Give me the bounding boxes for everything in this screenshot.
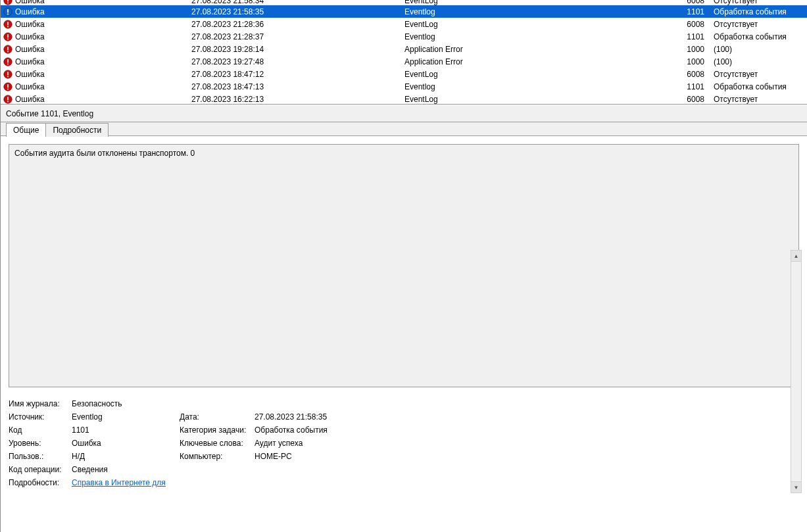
error-icon [3,82,15,91]
cell-source: Application Error [404,57,648,66]
cell-source: Eventlog [404,7,648,16]
tab-details[interactable]: Подробности [45,123,109,137]
event-viewer-window: Ошибка 27.08.2023 21:58:34 EventLog 6008… [0,0,807,532]
splitter[interactable]: Событие 1101, Eventlog [1,104,807,122]
cell-task: Обработка события [714,32,807,41]
value-help-link: Справка в Интернете для [72,478,799,487]
scroll-up-icon[interactable]: ▲ [791,251,801,262]
cell-source: Eventlog [404,32,648,41]
value-level: Ошибка [72,439,177,448]
label-source: Источник: [9,412,69,422]
table-row[interactable]: Ошибка27.08.2023 21:58:35Eventlog1101Обр… [1,5,807,18]
cell-task: Отсутствует [714,0,807,5]
cell-source: Application Error [404,45,648,54]
cell-id: 1000 [648,57,714,66]
svg-rect-17 [7,63,9,64]
svg-rect-26 [7,101,9,102]
label-more-info: Подробности: [9,478,69,487]
svg-rect-22 [7,84,9,87]
error-icon [3,57,15,66]
cell-task: Отсутствует [714,20,807,29]
cell-id: 1101 [648,7,714,16]
table-row[interactable]: Ошибка27.08.2023 21:28:37Eventlog1101Обр… [1,30,807,43]
value-event-id: 1101 [72,425,177,435]
table-row[interactable]: Ошибка27.08.2023 19:27:48Application Err… [1,55,807,68]
cell-id: 1101 [648,82,714,91]
error-icon [3,0,15,5]
cell-task: Отсутствует [714,70,807,79]
details-pane: Событие 1101, Eventlog Общие Подробности… [1,104,807,532]
cell-date: 27.08.2023 18:47:12 [191,70,404,79]
cell-source: Eventlog [404,82,648,91]
svg-rect-14 [7,51,9,52]
cell-level: Ошибка [15,95,191,104]
table-row[interactable]: Ошибка27.08.2023 21:28:36EventLog6008Отс… [1,18,807,30]
cell-date: 27.08.2023 21:58:35 [191,7,404,16]
label-date: Дата: [180,412,252,422]
value-user: Н/Д [72,452,177,461]
detail-header: Событие 1101, Eventlog [1,105,807,122]
value-date: 27.08.2023 21:58:35 [255,412,799,422]
cell-source: EventLog [404,20,648,29]
cell-level: Ошибка [15,0,191,5]
event-properties: Имя журнала: Безопасность Источник: Even… [9,399,799,487]
error-icon [3,32,15,41]
scrollbar-vertical[interactable]: ▲ ▼ [791,250,802,493]
value-computer: HOME-PC [255,452,799,461]
cell-date: 27.08.2023 19:28:14 [191,45,404,54]
event-list[interactable]: Ошибка 27.08.2023 21:58:34 EventLog 6008… [1,0,807,104]
label-opcode: Код операции: [9,465,69,474]
cell-level: Ошибка [15,7,191,16]
table-row[interactable]: Ошибка 27.08.2023 21:58:34 EventLog 6008… [1,0,807,5]
error-icon [3,70,15,79]
cell-task: Отсутствует [714,95,807,104]
svg-rect-7 [7,22,9,25]
svg-rect-11 [7,38,9,39]
cell-task: (100) [714,45,807,54]
cell-date: 27.08.2023 16:22:13 [191,95,404,104]
cell-source: EventLog [404,70,648,79]
scroll-down-icon[interactable]: ▼ [791,481,801,493]
label-task-category: Категория задачи: [180,425,252,435]
svg-rect-1 [7,0,9,1]
table-row[interactable]: Ошибка27.08.2023 18:47:12EventLog6008Отс… [1,68,807,80]
table-row[interactable]: Ошибка27.08.2023 16:22:13EventLog6008Отс… [1,93,807,104]
cell-task: Обработка события [714,7,807,16]
svg-rect-13 [7,47,9,50]
cell-date: 27.08.2023 19:27:48 [191,57,404,66]
event-message[interactable]: События аудита были отклонены транспорто… [9,144,799,387]
cell-source: EventLog [404,95,648,104]
info-icon [3,7,15,16]
cell-date: 27.08.2023 21:28:36 [191,20,404,29]
cell-id: 1000 [648,45,714,54]
cell-id: 1101 [648,32,714,41]
help-link[interactable]: Справка в Интернете для [72,478,166,487]
cell-level: Ошибка [15,82,191,91]
value-source: Eventlog [72,412,177,422]
label-event-id: Код [9,425,69,435]
table-row[interactable]: Ошибка27.08.2023 18:47:13Eventlog1101Обр… [1,80,807,93]
svg-rect-23 [7,88,9,89]
label-log-name: Имя журнала: [9,399,69,408]
cell-date: 27.08.2023 21:58:34 [191,0,404,5]
cell-date: 27.08.2023 18:47:13 [191,82,404,91]
svg-rect-2 [7,3,9,4]
cell-task: Обработка события [714,82,807,91]
error-icon [3,20,15,29]
svg-rect-16 [7,59,9,62]
tab-general[interactable]: Общие [6,123,46,137]
cell-id: 6008 [648,70,714,79]
table-row[interactable]: Ошибка27.08.2023 19:28:14Application Err… [1,43,807,55]
cell-level: Ошибка [15,32,191,41]
value-opcode: Сведения [72,465,799,474]
value-keywords: Аудит успеха [255,439,799,448]
cell-level: Ошибка [15,45,191,54]
cell-id: 6008 [648,0,714,5]
cell-level: Ошибка [15,20,191,29]
error-icon [3,45,15,54]
cell-level: Ошибка [15,70,191,79]
label-computer: Компьютер: [180,452,252,461]
cell-id: 6008 [648,95,714,104]
cell-id: 6008 [648,20,714,29]
tab-body-general: События аудита были отклонены транспорто… [1,135,807,532]
